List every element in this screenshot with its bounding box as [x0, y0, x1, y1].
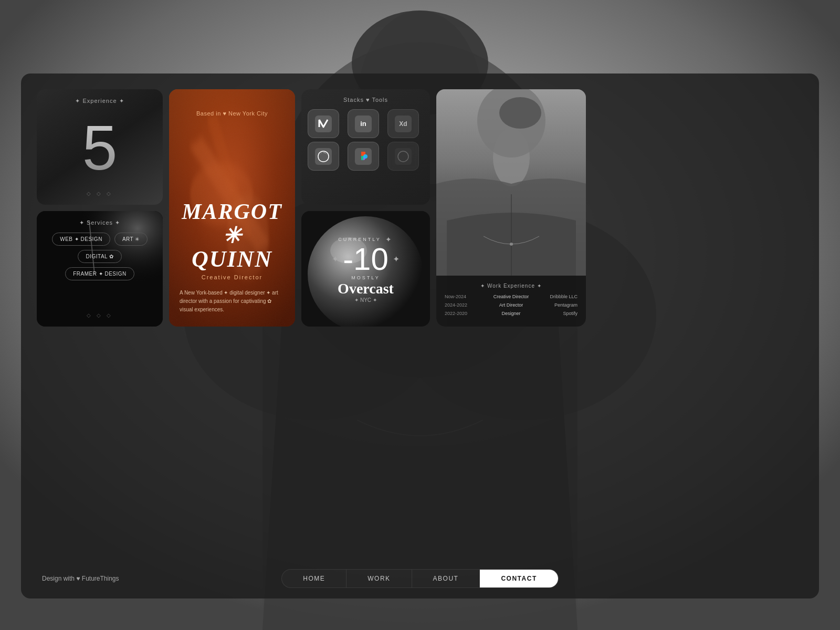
svg-point-22 — [363, 154, 368, 159]
tool-other — [387, 142, 419, 171]
tools-title: Stacks ♥ Tools — [343, 97, 388, 103]
work-exp-row-1: Now-2024 Creative Director Dribbble LLC — [445, 294, 578, 299]
tool-maze — [308, 109, 339, 138]
services-card: ✦ Services ✦ WEB ✦ DESIGN ART ✳ DIGITAL … — [37, 211, 163, 327]
portrait-card: ✦ Work Experience ✦ Now-2024 Creative Di… — [436, 89, 586, 327]
bottom-navigation: Design with ♥ FutureThings HOME WORK ABO… — [21, 569, 819, 588]
experience-number: 5 — [82, 116, 118, 179]
tools-card: Stacks ♥ Tools in — [301, 89, 430, 205]
experience-card: ✦ Experience ✦ 5 ◇ ◇ ◇ — [37, 89, 163, 205]
work-exp-row-3: 2022-2020 Designer Spotify — [445, 311, 578, 316]
tool-xd: Xd — [387, 109, 419, 138]
service-framer: FRAMER ✦ DESIGN — [65, 267, 134, 280]
tool-invision: in — [348, 109, 379, 138]
weather-temperature: ✦ -10 ✦ — [332, 244, 400, 275]
work-exp-title: ✦ Work Experience ✦ — [445, 283, 578, 289]
svg-point-31 — [510, 243, 513, 246]
services-title: ✦ Services ✦ — [79, 219, 120, 226]
svg-point-29 — [499, 97, 541, 129]
profile-card: Based in ♥ New York City MARGOT ✳ QUINN … — [169, 89, 295, 327]
experience-dots: ◇ ◇ ◇ — [87, 191, 113, 196]
services-dots: ◇ ◇ ◇ — [87, 312, 113, 318]
weather-condition: Overcast — [338, 280, 394, 297]
profile-content: MARGOT ✳ QUINN Creative Director A New Y… — [180, 200, 285, 314]
work-experience-panel: ✦ Work Experience ✦ Now-2024 Creative Di… — [436, 276, 586, 327]
main-frame: ✦ Experience ✦ 5 ◇ ◇ ◇ — [21, 74, 819, 598]
footer-brand: Design with ♥ FutureThings — [42, 575, 119, 582]
profile-name-first: MARGOT ✳ — [180, 200, 285, 248]
tool-chatgpt — [308, 142, 339, 171]
profile-bio: A New York-based ✦ digital designer ✦ ar… — [180, 289, 285, 314]
svg-rect-24 — [395, 148, 412, 165]
service-art: ART ✳ — [114, 233, 148, 246]
profile-title: Creative Director — [180, 274, 285, 280]
work-exp-row-2: 2024-2022 Art Director Pentagram — [445, 302, 578, 308]
profile-name-last: QUINN — [180, 248, 285, 271]
svg-text:in: in — [360, 119, 366, 127]
weather-extra: ✦ NYC ✦ — [354, 297, 377, 303]
svg-text:Xd: Xd — [399, 120, 407, 127]
nav-items: HOME WORK ABOUT CONTACT — [281, 569, 558, 588]
nav-home[interactable]: HOME — [282, 570, 346, 587]
experience-title: ✦ Experience ✦ — [75, 98, 124, 104]
profile-location: Based in ♥ New York City — [196, 110, 268, 117]
svg-rect-17 — [315, 148, 332, 165]
nav-contact[interactable]: CONTACT — [480, 570, 558, 587]
service-digital: DIGITAL ✿ — [78, 250, 121, 263]
weather-mostly: MOSTLY — [351, 275, 380, 280]
svg-rect-23 — [361, 156, 363, 160]
weather-card: CURRENTLY ✦ ✦ -10 ✦ MOSTLY Overcast ✦ NY… — [301, 211, 430, 327]
tools-grid: in Xd — [308, 109, 424, 171]
services-tags: WEB ✦ DESIGN ART ✳ DIGITAL ✿ FRAMER ✦ DE… — [45, 233, 154, 280]
nav-work[interactable]: WORK — [346, 570, 412, 587]
svg-rect-12 — [315, 116, 332, 132]
nav-about[interactable]: ABOUT — [412, 570, 480, 587]
service-web-design: WEB ✦ DESIGN — [52, 233, 110, 246]
tool-figma — [348, 142, 379, 171]
cards-grid: ✦ Experience ✦ 5 ◇ ◇ ◇ — [37, 89, 803, 551]
